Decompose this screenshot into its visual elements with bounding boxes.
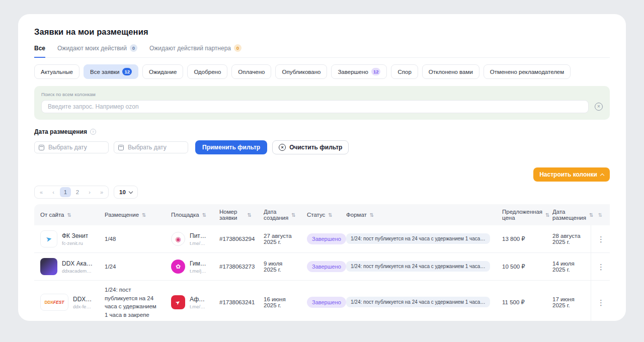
tab-label: Ожидают действий партнера	[149, 45, 231, 52]
status-tabs: Все Ожидают моих действий 0 Ожидают дейс…	[34, 44, 610, 58]
filter-chip[interactable]: Актуальные	[34, 64, 79, 79]
clear-filter-label: Очистить фильтр	[289, 144, 342, 151]
tab-label: Ожидают моих действий	[57, 45, 127, 52]
platform-name: Гимнастик...	[190, 260, 207, 267]
tab[interactable]: Ожидают моих действий 0	[57, 44, 137, 58]
filter-chip-label: Оплачено	[238, 69, 265, 75]
filter-chip[interactable]: Отменено рекламодателем	[484, 64, 571, 79]
filter-chip[interactable]: Опубликовано	[275, 64, 327, 79]
cell-platform: ◉ Питер для ... t.me/detstvo_spb	[165, 225, 213, 253]
platform-icon-glyph: ◉	[175, 235, 181, 243]
cell-created-date: 27 августа 2025 г.	[258, 225, 301, 253]
status-badge: Завершено	[307, 261, 346, 272]
sort-icon[interactable]: ⇅	[67, 212, 71, 218]
sort-icon[interactable]: ⇅	[328, 212, 332, 218]
prev-page-button[interactable]: ‹	[48, 187, 59, 197]
site-name: ФК Зенит	[62, 232, 88, 239]
column-header-label: Площадка	[171, 212, 199, 218]
cell-placement-date: 17 июня 2025 г.	[546, 281, 591, 321]
filter-chip[interactable]: Все заявки 12	[84, 64, 138, 79]
column-header[interactable]: Дата создания ⇅ ⇅	[258, 204, 301, 225]
column-header[interactable]: Площадка ⇅ ⇅	[165, 204, 213, 225]
next-page-button[interactable]: ›	[84, 187, 95, 197]
filter-chip[interactable]: Завершено 12	[331, 64, 387, 79]
page-number-button[interactable]: 2	[72, 187, 83, 197]
cell-platform: ➤ Афиша | М... t.me/+0TJOmD4...	[165, 281, 213, 321]
first-page-button[interactable]: «	[36, 187, 47, 197]
page-size-select[interactable]: 10	[114, 186, 138, 199]
last-page-button[interactable]: »	[96, 187, 107, 197]
status-badge: Завершено	[307, 297, 346, 308]
clear-filter-button[interactable]: × Очистить фильтр	[272, 140, 349, 154]
cell-actions: ⋮	[591, 253, 610, 281]
column-settings-icon[interactable]: ⇅	[598, 212, 602, 218]
column-header[interactable]: Формат ⇅ ⇅	[340, 204, 496, 225]
main-card: Заявки на мои размещения Все Ожидают мои…	[18, 14, 626, 321]
page-number-button[interactable]: 1	[60, 187, 71, 197]
tab[interactable]: Ожидают действий партнера 0	[149, 44, 242, 58]
column-header[interactable]: ⇅ ⇅	[591, 204, 610, 225]
calendar-icon	[39, 145, 44, 150]
sort-icon[interactable]: ⇅	[589, 212, 593, 218]
sort-icon[interactable]: ⇅	[248, 212, 252, 218]
filter-chip[interactable]: Спор	[391, 64, 418, 79]
filter-chip[interactable]: Отклонено вами	[422, 64, 479, 79]
configure-columns-button[interactable]: Настроить колонки	[533, 167, 610, 182]
cell-status: Завершено	[301, 225, 340, 253]
filter-chip-label: Отменено рекламодателем	[490, 69, 564, 75]
clear-search-icon[interactable]: ×	[595, 103, 603, 111]
table-row[interactable]: DDX FEST DDX Fe... ddx-fest.ru 1/24: пос…	[34, 281, 610, 321]
table-row[interactable]: ➤ ФК Зенит fc-zenit.ru 1/48	[34, 225, 610, 253]
column-header[interactable]: От сайта ⇅ ⇅	[34, 204, 99, 225]
site-name: DDX Fe...	[73, 296, 93, 303]
tab[interactable]: Все	[34, 44, 45, 58]
column-header-label: Размещение	[105, 212, 139, 218]
column-header[interactable]: Предложенная цена ⇅ ⇅	[496, 204, 546, 225]
search-input[interactable]	[41, 100, 589, 113]
format-badge: 1/24: пост публикуется на 24 часа с удер…	[346, 261, 490, 272]
column-header[interactable]: Размещение ⇅ ⇅	[99, 204, 165, 225]
cell-placement: 1/24	[99, 253, 165, 281]
date-to-input[interactable]	[128, 144, 184, 151]
column-header-label: Формат	[346, 212, 367, 218]
date-from-field[interactable]	[34, 141, 109, 153]
cell-site: DDX Академия ddxacademy.ru/	[34, 253, 99, 281]
search-label: Поиск по всем колонкам	[41, 92, 603, 97]
date-to-field[interactable]	[114, 141, 188, 153]
sort-icon[interactable]: ⇅	[202, 212, 206, 218]
platform-icon-glyph: ✿	[176, 263, 181, 270]
column-header[interactable]: Дата размещения ⇅ ⇅	[546, 204, 591, 225]
chip-count-badge: 12	[122, 68, 132, 75]
column-header[interactable]: Статус ⇅ ⇅	[301, 204, 340, 225]
cell-request-number: #1738063241	[213, 281, 258, 321]
cell-placement: 1/24: пост публикуется на 24 часа с удер…	[99, 281, 165, 321]
chevron-down-icon	[129, 189, 133, 193]
filter-chip[interactable]: Ожидание	[142, 64, 183, 79]
filter-chip[interactable]: Оплачено	[231, 64, 271, 79]
row-menu-icon[interactable]: ⋮	[597, 263, 605, 271]
date-from-input[interactable]	[48, 144, 104, 151]
placement-text: 1/24	[105, 263, 159, 271]
platform-url: t.me/joinchat/L2...	[190, 268, 207, 274]
row-menu-icon[interactable]: ⋮	[597, 235, 605, 243]
filter-chip-label: Отклонено вами	[429, 69, 473, 75]
sort-icon[interactable]: ⇅	[291, 212, 295, 218]
platform-icon: ➤	[171, 295, 185, 309]
platform-url: t.me/detstvo_spb	[190, 240, 207, 246]
help-icon[interactable]: ?	[90, 129, 96, 135]
filter-chip[interactable]: Одобрено	[187, 64, 227, 79]
sort-icon[interactable]: ⇅	[370, 212, 374, 218]
apply-filter-button[interactable]: Применить фильтр	[195, 140, 267, 154]
sort-icon[interactable]: ⇅	[142, 212, 146, 218]
row-menu-icon[interactable]: ⋮	[597, 298, 605, 307]
clear-filter-icon: ×	[279, 144, 286, 151]
table-row[interactable]: DDX Академия ddxacademy.ru/ 1/24 ✿	[34, 253, 610, 281]
column-header[interactable]: Номер заявки ⇅ ⇅	[213, 204, 258, 225]
cell-placement-date: 14 июля 2025 г.	[546, 253, 591, 281]
sort-icon[interactable]: ⇅	[545, 212, 549, 218]
platform-name: Питер для ...	[190, 232, 207, 239]
date-filter-label-text: Дата размещения	[34, 128, 87, 135]
status-filter-chips: Актуальные Все заявки 12 Ожидание Одобре…	[34, 64, 610, 79]
calendar-icon	[118, 145, 124, 150]
cell-format: 1/24: пост публикуется на 24 часа с удер…	[340, 253, 496, 281]
